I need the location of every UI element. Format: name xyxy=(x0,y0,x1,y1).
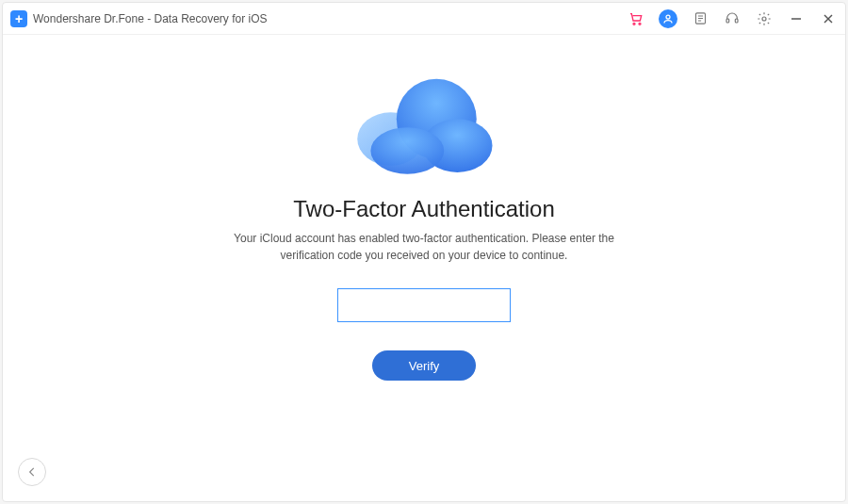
page-heading: Two-Factor Authentication xyxy=(293,196,554,222)
svg-point-13 xyxy=(370,127,444,174)
svg-rect-4 xyxy=(726,19,729,23)
user-icon[interactable] xyxy=(659,9,677,28)
svg-point-6 xyxy=(762,17,766,21)
titlebar-right xyxy=(627,9,838,28)
feedback-icon[interactable] xyxy=(691,9,709,28)
minimize-button[interactable] xyxy=(787,9,806,28)
svg-rect-5 xyxy=(735,19,738,23)
close-button[interactable] xyxy=(819,9,838,28)
support-icon[interactable] xyxy=(723,9,742,28)
svg-point-1 xyxy=(639,23,641,24)
verify-button[interactable]: Verify xyxy=(372,350,476,381)
svg-point-0 xyxy=(633,23,635,24)
titlebar-left: + Wondershare Dr.Fone - Data Recovery fo… xyxy=(10,10,268,27)
gear-icon[interactable] xyxy=(755,9,774,28)
page-subtext: Your iCloud account has enabled two-fact… xyxy=(226,230,622,264)
titlebar: + Wondershare Dr.Fone - Data Recovery fo… xyxy=(3,3,845,35)
svg-point-2 xyxy=(666,15,670,19)
cart-icon[interactable] xyxy=(627,9,645,28)
arrow-left-icon xyxy=(25,465,39,479)
app-title: Wondershare Dr.Fone - Data Recovery for … xyxy=(33,12,268,25)
verification-code-input[interactable] xyxy=(337,288,511,322)
main-content: Two-Factor Authentication Your iCloud ac… xyxy=(3,35,845,501)
app-logo-icon: + xyxy=(10,10,27,27)
back-button[interactable] xyxy=(18,458,46,486)
app-window: + Wondershare Dr.Fone - Data Recovery fo… xyxy=(2,2,846,502)
cloud-icon xyxy=(339,71,509,179)
